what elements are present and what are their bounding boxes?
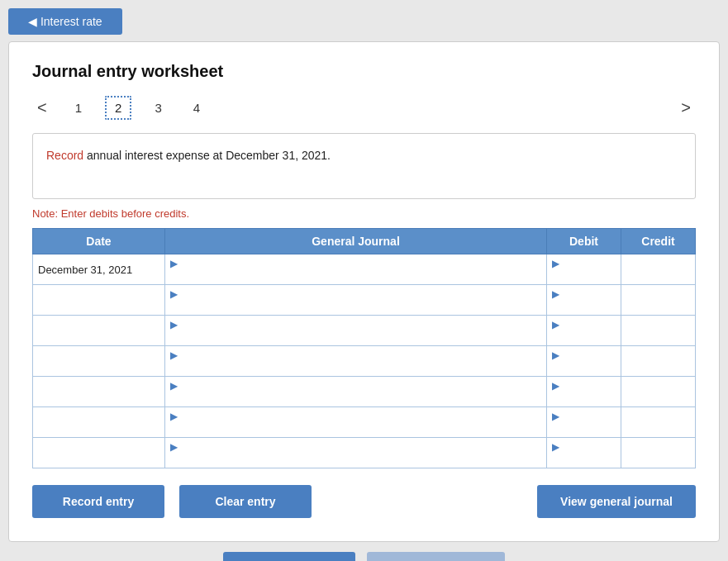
debit-input-6[interactable] [552, 423, 616, 435]
journal-table: Date General Journal Debit Credit Decemb… [32, 228, 696, 468]
instruction-body: annual interest expense at December 31, … [83, 149, 331, 162]
date-cell-1: December 31, 2021 [33, 254, 165, 285]
view-general-journal-button[interactable]: View general journal [537, 485, 696, 518]
journal-input-4[interactable] [170, 362, 541, 374]
top-nav-button[interactable]: ◀ Interest rate [8, 8, 122, 35]
credit-cell-5[interactable] [621, 377, 696, 407]
next-nav-button[interactable]: General Journal ▶ [367, 552, 505, 561]
journal-cell-6[interactable]: ▶ [165, 407, 547, 438]
tab-navigation: < 1 2 3 4 > [32, 96, 696, 120]
journal-cell-7[interactable]: ▶ [165, 438, 547, 468]
table-row: ▶ ▶ [33, 316, 696, 346]
credit-cell-2[interactable] [621, 285, 696, 316]
table-row: ▶ ▶ [33, 285, 696, 316]
credit-input-7[interactable] [626, 447, 690, 459]
debit-input-1[interactable] [552, 270, 616, 283]
next-arrow[interactable]: > [676, 97, 696, 119]
debit-input-4[interactable] [552, 362, 616, 374]
date-cell-7 [33, 438, 165, 468]
journal-cell-4[interactable]: ▶ [165, 346, 547, 377]
record-entry-button[interactable]: Record entry [32, 485, 164, 518]
instruction-text: Record annual interest expense at Decemb… [46, 149, 331, 162]
worksheet-card: Journal entry worksheet < 1 2 3 4 > Reco… [8, 41, 720, 542]
col-header-credit: Credit [621, 229, 696, 254]
debit-cell-7[interactable]: ▶ [547, 438, 621, 468]
journal-input-5[interactable] [170, 392, 541, 405]
debit-cell-4[interactable]: ▶ [547, 346, 621, 377]
table-row: ▶ ▶ [33, 438, 696, 468]
journal-cell-1[interactable]: ▶ [165, 254, 547, 285]
page-title: Journal entry worksheet [32, 62, 696, 81]
credit-input-3[interactable] [626, 325, 690, 337]
credit-input-4[interactable] [626, 355, 690, 368]
credit-input-2[interactable] [626, 294, 690, 307]
debit-cell-3[interactable]: ▶ [547, 316, 621, 346]
debit-input-3[interactable] [552, 331, 616, 344]
journal-cell-3[interactable]: ▶ [165, 316, 547, 346]
date-cell-3 [33, 316, 165, 346]
prev-arrow[interactable]: < [32, 97, 52, 119]
journal-cell-5[interactable]: ▶ [165, 377, 547, 407]
action-buttons: Record entry Clear entry View general jo… [32, 485, 696, 518]
credit-cell-1[interactable] [621, 254, 696, 285]
debit-cell-2[interactable]: ▶ [547, 285, 621, 316]
col-header-debit: Debit [547, 229, 621, 254]
credit-cell-7[interactable] [621, 438, 696, 468]
instruction-highlight: Record [46, 149, 83, 162]
tab-3[interactable]: 3 [146, 97, 169, 118]
col-header-journal: General Journal [165, 229, 547, 254]
debit-cell-1[interactable]: ▶ [547, 254, 621, 285]
journal-input-3[interactable] [170, 331, 541, 344]
table-row: December 31, 2021 ▶ ▶ [33, 254, 696, 285]
credit-input-5[interactable] [626, 386, 690, 398]
clear-entry-button[interactable]: Clear entry [179, 485, 312, 518]
credit-cell-3[interactable] [621, 316, 696, 346]
prev-nav-button[interactable]: ◀ Interest rate [223, 552, 355, 561]
debit-cell-5[interactable]: ▶ [547, 377, 621, 407]
bottom-navigation: ◀ Interest rate General Journal ▶ [8, 552, 720, 561]
table-row: ▶ ▶ [33, 377, 696, 407]
tab-2[interactable]: 2 [105, 96, 131, 120]
instruction-box: Record annual interest expense at Decemb… [32, 133, 696, 199]
credit-input-1[interactable] [626, 264, 690, 276]
debit-cell-6[interactable]: ▶ [547, 407, 621, 438]
debit-input-2[interactable] [552, 301, 616, 313]
col-header-date: Date [33, 229, 165, 254]
journal-input-2[interactable] [170, 301, 541, 313]
table-row: ▶ ▶ [33, 407, 696, 438]
credit-cell-6[interactable] [621, 407, 696, 438]
journal-input-1[interactable] [170, 270, 541, 283]
credit-input-6[interactable] [626, 416, 690, 429]
date-cell-2 [33, 285, 165, 316]
date-cell-6 [33, 407, 165, 438]
note-text: Note: Enter debits before credits. [32, 207, 696, 220]
date-cell-4 [33, 346, 165, 377]
journal-input-6[interactable] [170, 423, 541, 435]
journal-input-7[interactable] [170, 454, 541, 466]
tab-1[interactable]: 1 [67, 97, 90, 118]
credit-cell-4[interactable] [621, 346, 696, 377]
table-row: ▶ ▶ [33, 346, 696, 377]
date-cell-5 [33, 377, 165, 407]
debit-input-5[interactable] [552, 392, 616, 405]
tab-4[interactable]: 4 [185, 97, 208, 118]
journal-cell-2[interactable]: ▶ [165, 285, 547, 316]
debit-input-7[interactable] [552, 454, 616, 466]
